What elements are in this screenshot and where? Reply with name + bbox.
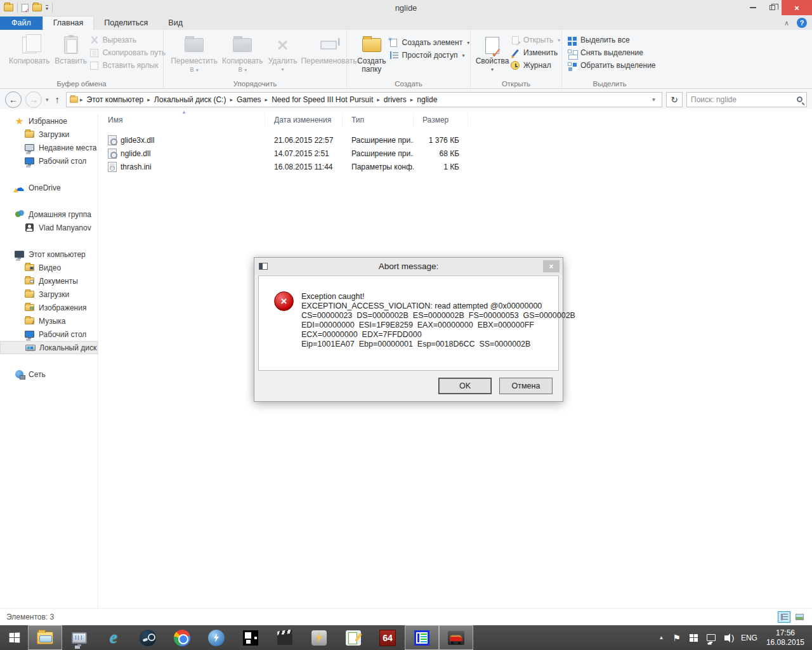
sidebar-item-onedrive[interactable]: ☁ OneDrive (0, 181, 98, 194)
close-button[interactable]: × (782, 0, 812, 15)
breadcrumb-local-disk[interactable]: Локальный диск (C:) (152, 94, 229, 105)
taskbar-notepad-plus-plus[interactable] (336, 625, 370, 650)
clock[interactable]: 17:56 16.08.2015 (766, 628, 804, 647)
select-all-button[interactable]: Выделить все (567, 35, 656, 45)
refresh-button[interactable]: ↻ (666, 92, 683, 107)
column-header-date[interactable]: Дата изменения (265, 113, 343, 127)
language-indicator[interactable]: ENG (741, 633, 757, 642)
sidebar-item-videos[interactable]: Видео (0, 261, 98, 274)
breadcrumb-nglide[interactable]: nglide (414, 94, 440, 105)
breadcrumb-drivers[interactable]: drivers (381, 94, 409, 105)
taskbar-aida64[interactable]: 64 (370, 625, 405, 650)
paste-shortcut-button[interactable]: Вставить ярлык (89, 60, 166, 70)
sidebar-item-network[interactable]: Сеть (0, 368, 98, 381)
ok-button[interactable]: OK (438, 378, 492, 394)
address-dropdown-icon[interactable]: ▾ (648, 96, 659, 103)
edit-button[interactable]: Изменить (510, 48, 560, 58)
select-none-button[interactable]: Снять выделение (567, 48, 656, 58)
recent-locations-icon[interactable]: ▾ (46, 96, 49, 103)
history-button[interactable]: Журнал (510, 60, 560, 70)
sidebar-item-music[interactable]: ♪ Музыка (0, 314, 98, 328)
taskbar-chrome[interactable] (165, 625, 199, 650)
action-center-flag-icon[interactable]: ⚑ (672, 633, 681, 642)
back-button[interactable]: ← (5, 91, 22, 108)
new-folder-icon (362, 38, 381, 52)
new-item-button[interactable]: Создать элемент ▾ (389, 37, 470, 48)
taskbar-performance-monitor[interactable] (62, 625, 96, 650)
taskbar-ipl-editor[interactable] (405, 625, 439, 650)
breadcrumb-games[interactable]: Games (234, 94, 264, 105)
taskbar-steam[interactable] (131, 625, 165, 650)
address-bar[interactable]: ▸ Этот компьютер ▸ Локальный диск (C:) ▸… (66, 92, 662, 107)
forward-button[interactable]: → (25, 91, 42, 108)
details-view-button[interactable] (778, 611, 790, 623)
new-folder-button[interactable]: Создать папку (355, 32, 389, 76)
location-folder-icon (70, 96, 78, 102)
taskbar-internet-explorer[interactable]: e (96, 625, 131, 650)
cancel-button[interactable]: Отмена (499, 378, 553, 394)
tab-file[interactable]: Файл (0, 17, 43, 30)
taskbar-media-player[interactable] (268, 625, 302, 650)
file-explorer-icon (37, 632, 53, 644)
tab-home[interactable]: Главная (43, 16, 95, 30)
sidebar-item-user[interactable]: Vlad Manyanov (0, 221, 98, 234)
sidebar-item-pictures[interactable]: Изображения (0, 301, 98, 314)
sidebar-item-this-pc[interactable]: Этот компьютер (0, 248, 98, 261)
move-to-button[interactable]: ← Переместить в ▾ (169, 32, 219, 76)
volume-tray-icon[interactable] (724, 635, 728, 640)
minimize-button[interactable] (743, 0, 763, 15)
copy-button[interactable]: Копировать (6, 32, 53, 67)
restore-button[interactable] (763, 0, 782, 15)
properties-qat-icon[interactable] (22, 4, 29, 12)
sidebar-item-desktop[interactable]: Рабочий стол (0, 154, 98, 168)
taskbar-daemon-tools[interactable] (199, 625, 233, 650)
taskbar-winamp[interactable] (302, 625, 336, 650)
properties-button[interactable]: Свойства ▾ (475, 32, 510, 76)
dialog-title-bar[interactable]: Abort message: × (254, 258, 563, 275)
invert-selection-button[interactable]: Обратить выделение (567, 60, 656, 70)
easy-access-button[interactable]: Простой доступ ▾ (389, 50, 470, 60)
sidebar-item-downloads-pc[interactable]: ↓ Загрузки (0, 288, 98, 301)
taskbar-tiles-app[interactable] (233, 625, 268, 650)
sidebar-item-homegroup[interactable]: Домашняя группа (0, 208, 98, 221)
up-button[interactable]: ↑ (53, 94, 63, 105)
dialog-close-icon[interactable]: × (543, 260, 560, 272)
thumbnails-view-button[interactable] (793, 611, 806, 623)
taskbar-nfs3[interactable] (439, 625, 473, 650)
file-row-nglide[interactable]: nglide.dll 14.07.2015 2:51 Расширение пр… (99, 147, 812, 160)
column-header-type[interactable]: Тип (343, 113, 414, 127)
start-button[interactable] (0, 625, 28, 650)
customize-qat-icon[interactable]: ▾ (46, 5, 48, 11)
search-box[interactable] (686, 92, 807, 107)
open-button[interactable]: Открыть ▾ (510, 35, 560, 45)
search-input[interactable] (691, 95, 797, 104)
cut-button[interactable]: Вырезать (89, 35, 166, 45)
breadcrumb-nfs3[interactable]: Need for Speed III Hot Pursuit (269, 94, 376, 105)
sidebar-item-desktop-pc[interactable]: Рабочий стол (0, 328, 98, 341)
tab-share[interactable]: Поделиться (94, 17, 158, 30)
taskbar-file-explorer[interactable] (28, 625, 62, 650)
file-row-thrash[interactable]: thrash.ini 16.08.2015 11:44 Параметры ко… (99, 160, 812, 173)
new-folder-qat-icon[interactable] (32, 4, 42, 11)
copy-to-button[interactable]: ⧉ Копировать в ▾ (219, 32, 266, 76)
sidebar-item-recent-places[interactable]: Недавние места (0, 141, 98, 154)
tab-view[interactable]: Вид (158, 17, 193, 30)
sidebar-item-favorites[interactable]: ★ Избранное (0, 114, 98, 128)
file-row-glide3x[interactable]: glide3x.dll 21.06.2015 22:57 Расширение … (99, 133, 812, 147)
show-hidden-icons-button[interactable]: ▲ (658, 635, 664, 640)
help-icon[interactable]: ? (797, 18, 807, 28)
column-header-size[interactable]: Размер (414, 113, 468, 127)
sidebar-item-local-disk-c[interactable]: Локальный диск (C: (0, 341, 98, 354)
sidebar-item-documents[interactable]: Документы (0, 274, 98, 288)
separator (17, 3, 18, 12)
network-tray-icon[interactable] (707, 634, 716, 641)
breadcrumb-this-pc[interactable]: Этот компьютер (84, 94, 147, 105)
column-header-name[interactable]: Имя (99, 113, 265, 127)
copy-path-button[interactable]: Скопировать путь (89, 48, 166, 58)
sidebar-item-downloads[interactable]: ↓ Загрузки (0, 128, 98, 141)
paste-button[interactable]: Вставить (53, 32, 89, 67)
search-icon[interactable] (797, 96, 802, 102)
delete-button[interactable]: × Удалить ▾ (266, 32, 300, 76)
collapse-ribbon-icon[interactable]: ∧ (784, 19, 789, 27)
windows-tray-icon[interactable] (690, 634, 698, 642)
